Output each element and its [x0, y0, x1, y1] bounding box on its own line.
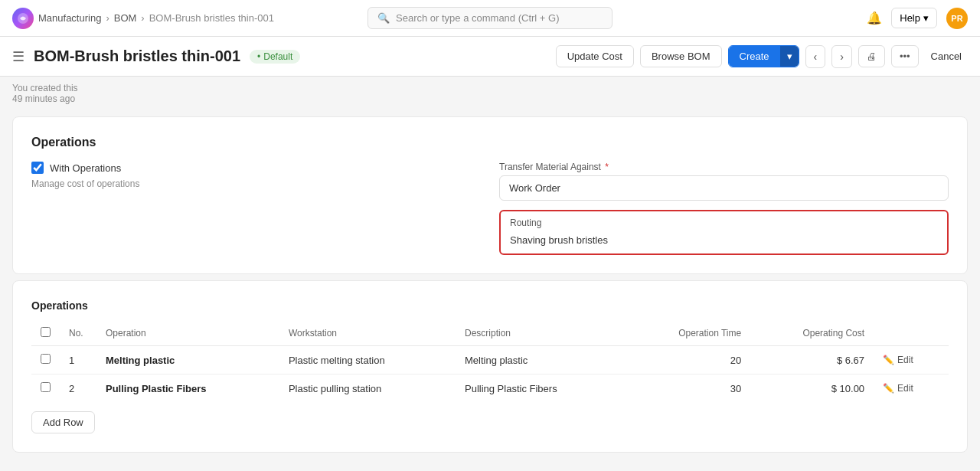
sub-header-right: Update Cost Browse BOM Create ▾ ‹ › 🖨 ••…	[556, 45, 968, 68]
row-operation-time: 20	[626, 346, 750, 375]
row-edit-cell: ✏️ Edit	[874, 346, 949, 375]
update-cost-button[interactable]: Update Cost	[556, 45, 634, 67]
page-title: BOM-Brush bristles thin-001	[34, 47, 240, 65]
table-row: 2 Pulling Plastic Fibers Plastic pulling…	[31, 375, 949, 403]
user-avatar[interactable]: PR	[946, 8, 968, 29]
help-label: Help	[900, 12, 920, 24]
notification-icon[interactable]: 🔔	[867, 11, 882, 25]
col-operating-cost-header: Operating Cost	[750, 321, 874, 346]
create-dropdown-arrow[interactable]: ▾	[780, 46, 799, 67]
edit-label: Edit	[897, 383, 913, 394]
row-checkbox[interactable]	[41, 382, 51, 392]
hamburger-menu[interactable]: ☰	[12, 48, 24, 65]
breadcrumb: Manufacturing › BOM › BOM-Brush bristles…	[38, 12, 274, 24]
routing-label: Routing	[501, 211, 947, 231]
table-row: 1 Melting plastic Plastic melting statio…	[31, 346, 949, 375]
create-button[interactable]: Create	[729, 46, 780, 67]
operations-left: With Operations Manage cost of operation…	[31, 162, 481, 255]
row-no: 2	[60, 375, 96, 403]
operations-table-card: Operations No. Operation Workstation Des…	[12, 280, 968, 453]
print-button[interactable]: 🖨	[858, 45, 885, 67]
col-checkbox-header	[31, 321, 60, 346]
edit-label: Edit	[897, 355, 913, 365]
row-operating-cost: $ 10.00	[750, 375, 874, 403]
top-nav: Manufacturing › BOM › BOM-Brush bristles…	[0, 0, 980, 37]
breadcrumb-bom[interactable]: BOM	[114, 12, 137, 24]
with-operations-row: With Operations	[31, 162, 481, 174]
row-operation: Pulling Plastic Fibers	[96, 375, 279, 403]
breadcrumb-current: BOM-Brush bristles thin-001	[149, 12, 274, 24]
col-actions-header	[874, 321, 949, 346]
col-description-header: Description	[456, 321, 626, 346]
more-options-button[interactable]: •••	[891, 45, 919, 67]
row-workstation: Plastic pulling station	[279, 375, 456, 403]
activity-line1: You created this	[12, 83, 968, 93]
nav-left: Manufacturing › BOM › BOM-Brush bristles…	[12, 8, 274, 29]
with-operations-label: With Operations	[50, 162, 121, 174]
operations-section-title: Operations	[31, 136, 949, 149]
row-no: 1	[60, 346, 96, 375]
row-description: Pulling Plastic Fibers	[456, 375, 626, 403]
routing-field-container: Routing Shaving brush bristles	[499, 210, 949, 255]
browse-bom-button[interactable]: Browse BOM	[640, 45, 722, 67]
routing-value[interactable]: Shaving brush bristles	[501, 231, 947, 253]
col-no-header: No.	[60, 321, 96, 346]
help-button[interactable]: Help ▾	[891, 8, 937, 28]
content: You created this 49 minutes ago Operatio…	[0, 77, 980, 471]
row-operation-time: 30	[626, 375, 750, 403]
row-operation: Melting plastic	[96, 346, 279, 375]
cancel-button[interactable]: Cancel	[925, 46, 968, 67]
operations-right: Transfer Material Against * Work Order R…	[499, 162, 949, 255]
operations-card: Operations With Operations Manage cost o…	[12, 116, 968, 274]
select-all-checkbox[interactable]	[41, 327, 51, 337]
operations-table: No. Operation Workstation Description Op…	[31, 321, 949, 402]
next-button[interactable]: ›	[831, 45, 852, 68]
row-description: Melting plastic	[456, 346, 626, 375]
breadcrumb-manufacturing[interactable]: Manufacturing	[38, 12, 101, 24]
sub-header: ☰ BOM-Brush bristles thin-001 Default Up…	[0, 37, 980, 77]
row-edit-button[interactable]: ✏️ Edit	[883, 383, 913, 394]
operations-top: With Operations Manage cost of operation…	[31, 162, 949, 255]
chevron-down-icon: ▾	[923, 12, 929, 24]
search-bar[interactable]: 🔍 Search or type a command (Ctrl + G)	[368, 7, 612, 29]
row-workstation: Plastic melting station	[279, 346, 456, 375]
row-operating-cost: $ 6.67	[750, 346, 874, 375]
search-icon: 🔍	[377, 12, 390, 24]
add-row-button[interactable]: Add Row	[31, 411, 95, 433]
prev-button[interactable]: ‹	[805, 45, 826, 68]
col-operation-time-header: Operation Time	[626, 321, 750, 346]
activity-note: You created this 49 minutes ago	[0, 77, 980, 110]
required-marker: *	[605, 162, 609, 172]
with-operations-checkbox[interactable]	[31, 162, 44, 174]
row-edit-cell: ✏️ Edit	[874, 375, 949, 403]
row-edit-button[interactable]: ✏️ Edit	[883, 355, 913, 365]
edit-icon: ✏️	[883, 355, 894, 365]
row-checkbox-cell	[31, 375, 60, 403]
search-placeholder: Search or type a command (Ctrl + G)	[396, 12, 560, 24]
row-checkbox-cell	[31, 346, 60, 375]
edit-icon: ✏️	[883, 383, 894, 394]
nav-right: 🔔 Help ▾ PR	[867, 8, 968, 29]
row-checkbox[interactable]	[41, 354, 51, 364]
operations-table-title: Operations	[31, 299, 949, 312]
create-button-group: Create ▾	[728, 45, 799, 67]
with-operations-desc: Manage cost of operations	[31, 178, 481, 189]
app-logo[interactable]	[12, 8, 34, 29]
search-area: 🔍 Search or type a command (Ctrl + G)	[368, 7, 612, 29]
transfer-material-value[interactable]: Work Order	[499, 175, 949, 201]
col-operation-header: Operation	[96, 321, 279, 346]
default-badge: Default	[250, 50, 300, 64]
activity-line2: 49 minutes ago	[12, 93, 968, 104]
sub-header-left: ☰ BOM-Brush bristles thin-001 Default	[12, 47, 300, 65]
col-workstation-header: Workstation	[279, 321, 456, 346]
transfer-material-label: Transfer Material Against *	[499, 162, 949, 172]
table-header-row: No. Operation Workstation Description Op…	[31, 321, 949, 346]
